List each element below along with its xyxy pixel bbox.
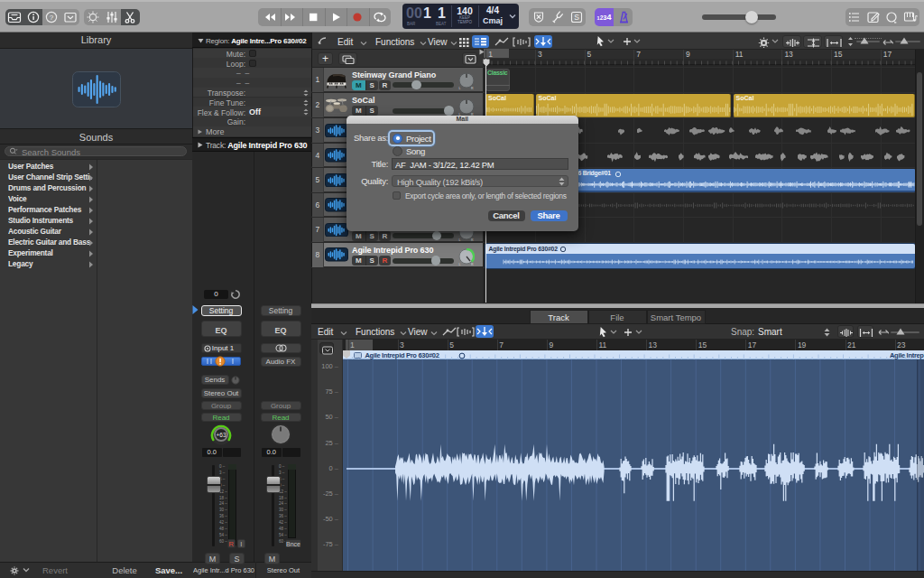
svg-text:S: S	[574, 13, 579, 22]
svg-text:?: ?	[50, 13, 54, 21]
svg-text:+63: +63	[216, 432, 226, 438]
